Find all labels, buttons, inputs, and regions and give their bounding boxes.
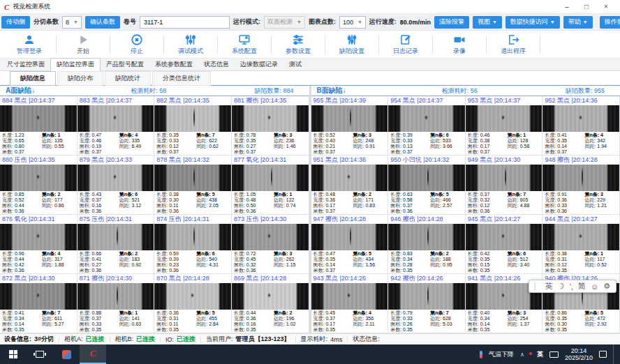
taskbar-clock[interactable]: 20:14 2025/2/10	[565, 347, 593, 361]
help-menu-button[interactable]: 帮助 ▼	[563, 16, 593, 29]
defect-thumbnail[interactable]	[0, 224, 77, 250]
admin-login-button[interactable]: 管理登录	[3, 31, 56, 58]
confirm-count-button[interactable]: 确认条数	[85, 16, 120, 29]
action-center-icon[interactable]	[599, 351, 607, 358]
defect-thumbnail[interactable]	[232, 283, 309, 310]
defect-thumbnail[interactable]	[0, 165, 77, 191]
defect-cell[interactable]: 950 小凹坑 |20:14:32 长度:0.63 宽度:0.58 面积:0.3…	[388, 156, 466, 215]
defect-thumbnail[interactable]	[311, 165, 388, 191]
defect-thumbnail[interactable]	[78, 283, 154, 310]
subtab-defect-info[interactable]: 缺陷信息	[10, 71, 56, 86]
tab-edge-data-record[interactable]: 边缘数据记录	[235, 59, 283, 70]
debug-mode-button[interactable]: 调试模式	[164, 31, 217, 58]
defect-cell[interactable]: 945 黑点 |20:14:27 长度:0.42 宽度:0.35 面积:0.15…	[466, 215, 543, 274]
record-video-button[interactable]: 录像	[433, 31, 486, 58]
subtab-defect-statistics[interactable]: 缺陷统计	[105, 71, 151, 86]
param-settings-button[interactable]: 参数设置	[272, 31, 325, 58]
ime-lang-toggle[interactable]: 英	[545, 281, 553, 291]
defect-cell[interactable]: 869 黑点 |20:14:28 长度:0.44 宽度:0.36 面积:0.16…	[232, 274, 309, 333]
defect-cell[interactable]: 875 压伤 |20:14:31 长度:0.66 宽度:0.41 面积:0.27…	[78, 215, 155, 274]
ime-language-indicator[interactable]: 英	[537, 350, 543, 359]
defect-cell[interactable]: 953 黑点 |20:14:37 长度:0.46 宽度:0.38 面积:0.17…	[466, 96, 543, 156]
defect-thumbnail[interactable]	[78, 165, 154, 191]
taskbar-app-media[interactable]	[53, 344, 80, 364]
taskbar-app-vision-system[interactable]: C	[80, 344, 106, 364]
drag-handle-icon[interactable]: ▏	[535, 282, 540, 290]
defect-cell[interactable]: 872 黑点 |20:14:30 长度:0.41 宽度:0.34 面积:0.14…	[0, 274, 78, 333]
defect-thumbnail[interactable]	[78, 105, 154, 132]
defect-thumbnail[interactable]	[311, 224, 388, 250]
defect-cell[interactable]: 942 擦伤 |20:14:26 长度:0.79 宽度:0.33 面积:0.26…	[388, 274, 466, 333]
maximize-button[interactable]: □	[577, 1, 596, 13]
roll-no-input[interactable]	[140, 16, 230, 29]
defect-cell[interactable]: 944 黑点 |20:14:27 长度:0.38 宽度:0.31 面积:0.12…	[542, 215, 620, 274]
task-view-button[interactable]	[27, 344, 53, 364]
defect-cell[interactable]: 951 黑点 |20:14:36 长度:0.48 宽度:0.36 面积:0.17…	[311, 156, 389, 215]
defect-cell[interactable]: 884 黑点 |20:14:37 长度:1.23 宽度:0.65 面积:0.80…	[0, 96, 78, 156]
log-record-button[interactable]: 日志记录	[379, 31, 432, 58]
defect-cell[interactable]: 881 擦伤 |20:14:35 长度:0.78 宽度:0.35 面积:0.27…	[232, 96, 309, 156]
start-button[interactable]: 开始	[57, 31, 110, 58]
chart-points-select[interactable]: 100 ▼	[339, 16, 366, 29]
tab-defect-monitor[interactable]: 缺陷监控界面	[50, 58, 101, 71]
defect-cell[interactable]: 873 压伤 |20:14:30 长度:0.72 宽度:0.45 面积:0.32…	[232, 215, 309, 274]
defect-thumbnail[interactable]	[0, 105, 77, 132]
tab-system-param-config[interactable]: 系统参数配置	[149, 59, 198, 70]
defect-cell[interactable]: 954 黑点 |20:14:37 长度:0.39 宽度:0.33 面积:0.13…	[388, 96, 466, 156]
defect-thumbnail[interactable]	[466, 105, 542, 132]
gear-icon[interactable]: ⚙	[603, 282, 610, 291]
tab-product-model-config[interactable]: 产品型号配置	[101, 59, 149, 70]
defect-cell[interactable]: 943 黑点 |20:14:26 长度:0.45 宽度:0.37 面积:0.17…	[311, 274, 389, 333]
defect-thumbnail[interactable]	[388, 283, 465, 310]
weather-text[interactable]: 气温下降	[489, 350, 514, 359]
defect-thumbnail[interactable]	[542, 224, 619, 250]
defect-cell[interactable]: 878 黑点 |20:14:32 长度:0.38 宽度:0.30 面积:0.11…	[154, 156, 232, 215]
tray-expand-icon[interactable]: ∧	[520, 351, 524, 358]
defect-thumbnail[interactable]	[232, 165, 309, 191]
defect-thumbnail[interactable]	[0, 283, 77, 310]
punctuation-toggle[interactable]: ’,	[569, 282, 573, 291]
drive-side-button[interactable]: 传动侧	[1, 16, 30, 29]
defect-cell[interactable]: 883 黑点 |20:14:37 长度:0.47 宽度:0.46 面积:0.19…	[78, 96, 155, 156]
defect-cell[interactable]: 870 黑点 |20:14:28 长度:0.36 宽度:0.31 面积:0.11…	[154, 274, 232, 333]
defect-thumbnail[interactable]	[154, 283, 231, 310]
defect-cell[interactable]: 874 压伤 |20:14:31 长度:0.59 宽度:0.39 面积:0.23…	[154, 215, 232, 274]
data-access-menu-button[interactable]: 数据快捷访问 ▼	[505, 16, 560, 29]
defect-thumbnail[interactable]	[466, 224, 542, 250]
defect-thumbnail[interactable]	[78, 224, 154, 250]
defect-thumbnail[interactable]	[154, 224, 231, 250]
emoji-icon[interactable]: ☺	[591, 282, 598, 291]
defect-cell[interactable]: 948 擦伤 |20:14:28 长度:0.91 宽度:0.36 面积:0.33…	[542, 156, 620, 215]
subtab-class-info-statistics[interactable]: 分类信息统计	[152, 71, 211, 86]
defect-cell[interactable]: 877 氧化 |20:14:31 长度:1.05 宽度:0.48 面积:0.50…	[232, 156, 309, 215]
tab-size-monitor[interactable]: 尺寸监控界面	[1, 59, 50, 70]
defect-cell[interactable]: 947 擦伤 |20:14:28 长度:0.47 宽度:0.35 面积:0.14…	[311, 215, 389, 274]
tab-test[interactable]: 测试	[283, 59, 307, 70]
defect-thumbnail[interactable]	[542, 105, 619, 132]
operate-side-button[interactable]: 操作侧	[600, 16, 620, 29]
view-menu-button[interactable]: 视图 ▼	[473, 16, 502, 29]
stop-button[interactable]: 停止	[110, 31, 163, 58]
clear-alarm-button[interactable]: 清除报警	[434, 16, 469, 29]
defect-cell[interactable]: 871 擦伤 |20:14:30 长度:0.88 宽度:0.37 面积:0.33…	[78, 274, 155, 333]
defect-thumbnail[interactable]	[154, 105, 231, 132]
touch-keyboard-icon[interactable]	[549, 351, 559, 358]
defect-cell[interactable]: 879 黑点 |20:14:33 长度:0.43 宽度:0.37 面积:0.16…	[78, 156, 155, 215]
defect-thumbnail[interactable]	[311, 105, 388, 132]
subtab-defect-distribution[interactable]: 缺陷分布	[57, 71, 103, 86]
defect-cell[interactable]: 955 黑点 |20:14:39 长度:0.52 宽度:0.40 面积:0.21…	[311, 96, 389, 156]
defect-cell[interactable]: 882 黑点 |20:14:35 长度:0.35 宽度:0.33 面积:0.12…	[154, 96, 232, 156]
defect-cell[interactable]: 952 黑点 |20:14:36 长度:0.41 宽度:0.35 面积:0.14…	[542, 96, 620, 156]
defect-cell[interactable]: 949 黑点 |20:14:30 长度:0.37 宽度:0.32 面积:0.12…	[466, 156, 543, 215]
defect-thumbnail[interactable]	[154, 165, 231, 191]
defect-settings-button[interactable]: 缺陷设置	[325, 31, 378, 58]
defect-thumbnail[interactable]	[466, 165, 542, 191]
minimize-button[interactable]: –	[557, 1, 577, 13]
defect-thumbnail[interactable]	[388, 224, 465, 250]
moon-icon[interactable]: ☽	[558, 282, 565, 291]
slit-count-select[interactable]: 8 ▼	[62, 16, 82, 29]
defect-cell[interactable]: 876 氧化 |20:14:31 长度:0.96 宽度:0.44 面积:0.42…	[0, 215, 78, 274]
defect-thumbnail[interactable]	[311, 283, 388, 310]
defect-thumbnail[interactable]	[388, 165, 465, 191]
close-button[interactable]: ×	[596, 1, 616, 13]
